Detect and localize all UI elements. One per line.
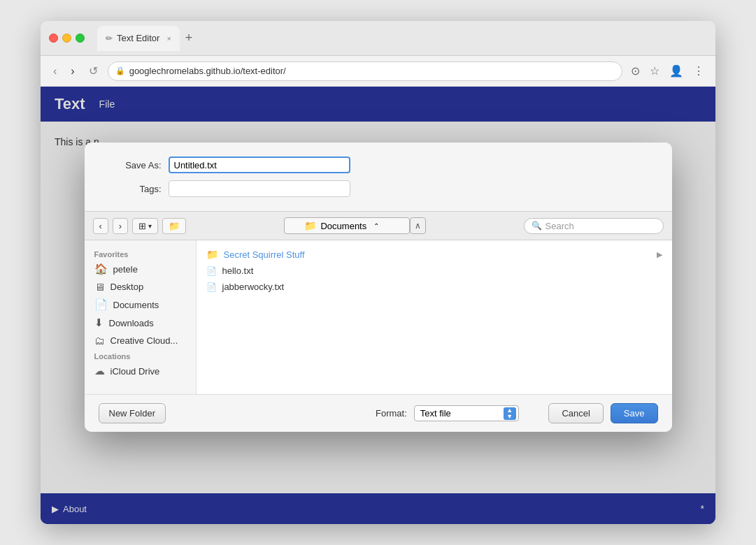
sidebar-item-icloud[interactable]: ☁ iCloud Drive bbox=[85, 362, 196, 380]
back-button[interactable]: ‹ bbox=[49, 62, 61, 80]
tab-close-icon[interactable]: × bbox=[166, 34, 171, 43]
documents-icon: 📄 bbox=[94, 298, 108, 311]
location-name: Documents bbox=[320, 221, 366, 231]
account-icon-button[interactable]: ⊙ bbox=[628, 61, 643, 80]
view-arrow-icon: ▾ bbox=[148, 222, 152, 230]
txt-file-icon: 📄 bbox=[206, 266, 217, 276]
forward-button[interactable]: › bbox=[66, 62, 78, 80]
browser-content: Text File This is a n Save As: Tags: bbox=[41, 87, 715, 524]
dialog-overlay: Save As: Tags: ‹ › bbox=[41, 87, 715, 524]
icloud-icon: ☁ bbox=[94, 365, 105, 377]
lock-icon: 🔒 bbox=[115, 66, 125, 75]
reload-button[interactable]: ↺ bbox=[85, 61, 102, 80]
new-folder-icon: 📁 bbox=[169, 221, 180, 231]
profile-button[interactable]: 👤 bbox=[666, 61, 686, 80]
dialog-toolbar: ‹ › ⊞ ▾ 📁 📁 Documents bbox=[85, 211, 672, 240]
dialog-sidebar: Favorites 🏠 petele 🖥 Desktop 📄 Documents bbox=[85, 240, 197, 394]
location-selector: 📁 Documents ⌃ ∧ bbox=[190, 217, 519, 234]
favorites-label: Favorites bbox=[85, 247, 196, 260]
maximize-button[interactable] bbox=[76, 34, 85, 43]
nav-bar: ‹ › ↺ 🔒 googlechromelabs.github.io/text-… bbox=[41, 56, 715, 87]
sidebar-creative-cloud-label: Creative Cloud... bbox=[110, 335, 178, 346]
search-box[interactable]: 🔍 Search bbox=[524, 218, 664, 234]
tags-field: Tags: bbox=[106, 180, 651, 197]
downloads-icon: ⬇ bbox=[94, 317, 104, 329]
save-button[interactable]: Save bbox=[611, 403, 658, 423]
browser-tab[interactable]: ✏ Text Editor × bbox=[97, 26, 180, 51]
location-chevron: ⌃ bbox=[373, 222, 379, 230]
format-label: Format: bbox=[376, 408, 407, 419]
menu-button[interactable]: ⋮ bbox=[690, 61, 707, 80]
file-item-hello[interactable]: 📄 hello.txt bbox=[199, 263, 669, 279]
home-icon: 🏠 bbox=[94, 263, 108, 275]
tab-icon: ✏ bbox=[106, 34, 113, 43]
format-select-wrapper: Text file HTML Rich Text ▲ ▼ bbox=[414, 405, 519, 421]
sidebar-desktop-label: Desktop bbox=[110, 282, 144, 292]
title-bar: ✏ Text Editor × + bbox=[41, 21, 715, 56]
traffic-lights bbox=[49, 34, 85, 43]
view-toggle-icon: ⊞ bbox=[138, 221, 146, 231]
location-dropdown[interactable]: 📁 Documents ⌃ bbox=[284, 217, 410, 234]
url-text: googlechromelabs.github.io/text-editor/ bbox=[129, 66, 615, 76]
chevron-right-icon: ▶ bbox=[657, 250, 662, 259]
search-icon: 🔍 bbox=[532, 221, 542, 231]
tags-label: Tags: bbox=[106, 184, 162, 194]
dialog-footer: New Folder Format: Text file HTML Rich T… bbox=[85, 394, 672, 432]
sidebar-icloud-label: iCloud Drive bbox=[110, 366, 160, 377]
forward-nav-button[interactable]: › bbox=[113, 218, 128, 234]
forward-nav-icon: › bbox=[119, 221, 122, 231]
minimize-button[interactable] bbox=[62, 34, 71, 43]
view-toggle-button[interactable]: ⊞ ▾ bbox=[132, 218, 158, 234]
tags-input[interactable] bbox=[169, 180, 350, 197]
cancel-button[interactable]: Cancel bbox=[548, 403, 603, 423]
sidebar-item-creative-cloud[interactable]: 🗂 Creative Cloud... bbox=[85, 332, 196, 349]
locations-label: Locations bbox=[85, 349, 196, 362]
search-placeholder: Search bbox=[545, 221, 574, 231]
sidebar-item-petele[interactable]: 🏠 petele bbox=[85, 260, 196, 278]
dialog-top: Save As: Tags: bbox=[85, 143, 672, 211]
file-list: 📁 Secret Squirrel Stuff ▶ 📄 hello.txt 📄 … bbox=[197, 240, 672, 394]
new-tab-button[interactable]: + bbox=[180, 31, 199, 45]
tab-bar: ✏ Text Editor × + bbox=[97, 26, 707, 51]
save-as-field: Save As: bbox=[106, 157, 651, 173]
sidebar-item-downloads[interactable]: ⬇ Downloads bbox=[85, 314, 196, 332]
tab-title: Text Editor bbox=[117, 33, 159, 43]
sidebar-petele-label: petele bbox=[113, 264, 138, 275]
file-item-jabberwocky[interactable]: 📄 jabberwocky.txt bbox=[199, 279, 669, 295]
format-select[interactable]: Text file HTML Rich Text bbox=[414, 405, 519, 421]
sidebar-documents-label: Documents bbox=[113, 300, 159, 310]
save-dialog: Save As: Tags: ‹ › bbox=[85, 143, 672, 432]
nav-actions: ⊙ ☆ 👤 ⋮ bbox=[628, 61, 707, 80]
desktop-icon: 🖥 bbox=[94, 281, 105, 293]
file-name-hello: hello.txt bbox=[222, 266, 254, 276]
folder-name: Secret Squirrel Stuff bbox=[224, 249, 305, 260]
new-folder-button[interactable]: New Folder bbox=[99, 403, 166, 423]
sidebar-item-desktop[interactable]: 🖥 Desktop bbox=[85, 278, 196, 296]
bookmark-button[interactable]: ☆ bbox=[647, 61, 662, 80]
close-button[interactable] bbox=[49, 34, 58, 43]
folder-icon: 📁 bbox=[206, 249, 218, 260]
save-as-input[interactable] bbox=[169, 157, 350, 173]
back-nav-button[interactable]: ‹ bbox=[93, 218, 108, 234]
sidebar-item-documents[interactable]: 📄 Documents bbox=[85, 296, 196, 314]
dialog-actions: Cancel Save bbox=[548, 403, 657, 423]
dialog-body: Favorites 🏠 petele 🖥 Desktop 📄 Documents bbox=[85, 240, 672, 394]
expand-button[interactable]: ∧ bbox=[410, 217, 426, 234]
creative-cloud-icon: 🗂 bbox=[94, 335, 105, 347]
new-folder-icon-button[interactable]: 📁 bbox=[162, 218, 186, 234]
txt-file-icon-2: 📄 bbox=[206, 282, 217, 292]
sidebar-downloads-label: Downloads bbox=[109, 318, 154, 328]
browser-window: ✏ Text Editor × + ‹ › ↺ 🔒 googlechromela… bbox=[41, 21, 715, 524]
address-bar[interactable]: 🔒 googlechromelabs.github.io/text-editor… bbox=[108, 61, 622, 81]
file-name-jabberwocky: jabberwocky.txt bbox=[222, 282, 285, 292]
back-nav-icon: ‹ bbox=[99, 221, 102, 231]
file-item-secret-squirrel[interactable]: 📁 Secret Squirrel Stuff ▶ bbox=[199, 246, 669, 263]
format-section: Format: Text file HTML Rich Text ▲ ▼ bbox=[376, 405, 519, 421]
save-as-label: Save As: bbox=[106, 160, 162, 170]
location-folder-icon: 📁 bbox=[304, 220, 316, 231]
